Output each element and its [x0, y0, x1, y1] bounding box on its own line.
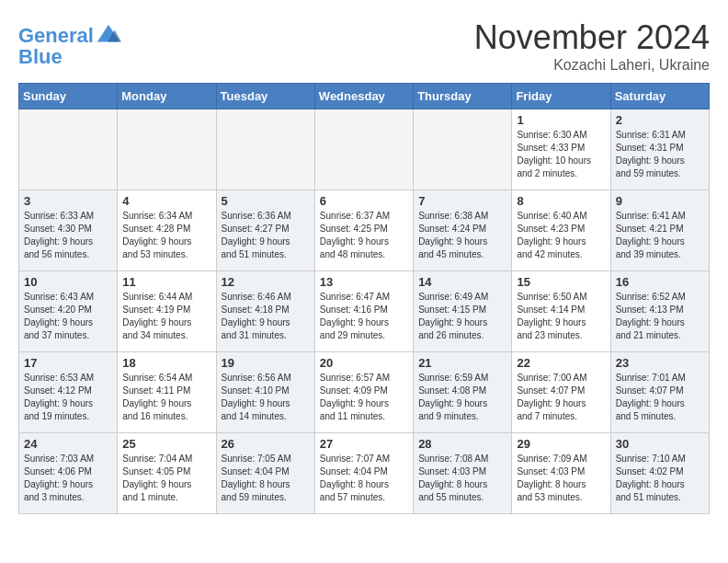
- day-number: 30: [616, 437, 704, 451]
- calendar-header-row: SundayMondayTuesdayWednesdayThursdayFrid…: [19, 84, 710, 109]
- day-number: 27: [320, 437, 408, 451]
- logo-icon: [96, 23, 121, 49]
- calendar-cell: 3Sunrise: 6:33 AMSunset: 4:30 PMDaylight…: [19, 190, 118, 271]
- weekday-header: Saturday: [610, 84, 709, 109]
- calendar-cell: 2Sunrise: 6:31 AMSunset: 4:31 PMDaylight…: [610, 109, 709, 190]
- calendar-cell: 4Sunrise: 6:34 AMSunset: 4:28 PMDaylight…: [118, 190, 216, 271]
- day-number: 16: [616, 275, 704, 289]
- calendar-week-row: 24Sunrise: 7:03 AMSunset: 4:06 PMDayligh…: [19, 433, 710, 514]
- calendar-cell: 1Sunrise: 6:30 AMSunset: 4:33 PMDaylight…: [512, 109, 610, 190]
- weekday-header: Thursday: [414, 84, 512, 109]
- day-number: 20: [320, 356, 408, 370]
- calendar-subtitle: Kozachi Laheri, Ukraine: [474, 57, 710, 74]
- day-info: Sunrise: 6:46 AMSunset: 4:18 PMDaylight:…: [222, 291, 310, 342]
- day-number: 17: [24, 356, 112, 370]
- day-number: 9: [616, 194, 704, 208]
- calendar-cell: 8Sunrise: 6:40 AMSunset: 4:23 PMDaylight…: [512, 190, 610, 271]
- weekday-header: Friday: [512, 84, 610, 109]
- calendar-cell: 12Sunrise: 6:46 AMSunset: 4:18 PMDayligh…: [216, 271, 314, 352]
- day-number: 18: [122, 356, 210, 370]
- calendar-cell: 21Sunrise: 6:59 AMSunset: 4:08 PMDayligh…: [414, 352, 512, 433]
- calendar-cell: 17Sunrise: 6:53 AMSunset: 4:12 PMDayligh…: [19, 352, 118, 433]
- weekday-header: Sunday: [19, 84, 118, 109]
- day-number: 4: [122, 194, 210, 208]
- calendar-week-row: 3Sunrise: 6:33 AMSunset: 4:30 PMDaylight…: [19, 190, 710, 271]
- calendar-body: 1Sunrise: 6:30 AMSunset: 4:33 PMDaylight…: [19, 109, 710, 514]
- day-number: 1: [517, 113, 605, 127]
- calendar-cell: 10Sunrise: 6:43 AMSunset: 4:20 PMDayligh…: [19, 271, 118, 352]
- calendar-table: SundayMondayTuesdayWednesdayThursdayFrid…: [18, 83, 710, 514]
- calendar-cell: 18Sunrise: 6:54 AMSunset: 4:11 PMDayligh…: [118, 352, 216, 433]
- day-number: 26: [222, 437, 310, 451]
- weekday-header: Monday: [118, 84, 216, 109]
- calendar-cell: 22Sunrise: 7:00 AMSunset: 4:07 PMDayligh…: [512, 352, 610, 433]
- day-info: Sunrise: 7:08 AMSunset: 4:03 PMDaylight:…: [418, 453, 506, 504]
- day-info: Sunrise: 7:00 AMSunset: 4:07 PMDaylight:…: [517, 372, 605, 423]
- calendar-cell: [118, 109, 216, 190]
- day-number: 23: [616, 356, 704, 370]
- calendar-cell: [314, 109, 413, 190]
- calendar-cell: 27Sunrise: 7:07 AMSunset: 4:04 PMDayligh…: [314, 433, 413, 514]
- calendar-cell: 15Sunrise: 6:50 AMSunset: 4:14 PMDayligh…: [512, 271, 610, 352]
- day-info: Sunrise: 6:30 AMSunset: 4:33 PMDaylight:…: [517, 129, 605, 180]
- calendar-cell: 16Sunrise: 6:52 AMSunset: 4:13 PMDayligh…: [610, 271, 709, 352]
- day-info: Sunrise: 6:36 AMSunset: 4:27 PMDaylight:…: [222, 210, 310, 261]
- calendar-cell: 6Sunrise: 6:37 AMSunset: 4:25 PMDaylight…: [314, 190, 413, 271]
- day-number: 12: [222, 275, 310, 289]
- day-info: Sunrise: 6:44 AMSunset: 4:19 PMDaylight:…: [122, 291, 210, 342]
- title-section: November 2024 Kozachi Laheri, Ukraine: [474, 18, 710, 74]
- day-info: Sunrise: 7:05 AMSunset: 4:04 PMDaylight:…: [222, 453, 310, 504]
- day-info: Sunrise: 6:34 AMSunset: 4:28 PMDaylight:…: [122, 210, 210, 261]
- calendar-week-row: 1Sunrise: 6:30 AMSunset: 4:33 PMDaylight…: [19, 109, 710, 190]
- day-number: 28: [418, 437, 506, 451]
- calendar-cell: 19Sunrise: 6:56 AMSunset: 4:10 PMDayligh…: [216, 352, 314, 433]
- calendar-cell: 11Sunrise: 6:44 AMSunset: 4:19 PMDayligh…: [118, 271, 216, 352]
- calendar-cell: 7Sunrise: 6:38 AMSunset: 4:24 PMDaylight…: [414, 190, 512, 271]
- day-number: 19: [222, 356, 310, 370]
- day-info: Sunrise: 6:49 AMSunset: 4:15 PMDaylight:…: [418, 291, 506, 342]
- calendar-cell: 25Sunrise: 7:04 AMSunset: 4:05 PMDayligh…: [118, 433, 216, 514]
- day-info: Sunrise: 7:01 AMSunset: 4:07 PMDaylight:…: [616, 372, 704, 423]
- calendar-title: November 2024: [474, 18, 710, 57]
- calendar-cell: 29Sunrise: 7:09 AMSunset: 4:03 PMDayligh…: [512, 433, 610, 514]
- day-number: 7: [418, 194, 506, 208]
- logo-blue: Blue: [18, 45, 63, 68]
- day-number: 13: [320, 275, 408, 289]
- day-info: Sunrise: 6:31 AMSunset: 4:31 PMDaylight:…: [616, 129, 704, 180]
- day-info: Sunrise: 7:04 AMSunset: 4:05 PMDaylight:…: [122, 453, 210, 504]
- calendar-week-row: 17Sunrise: 6:53 AMSunset: 4:12 PMDayligh…: [19, 352, 710, 433]
- calendar-cell: 13Sunrise: 6:47 AMSunset: 4:16 PMDayligh…: [314, 271, 413, 352]
- day-number: 10: [24, 275, 112, 289]
- day-info: Sunrise: 6:40 AMSunset: 4:23 PMDaylight:…: [517, 210, 605, 261]
- day-info: Sunrise: 6:33 AMSunset: 4:30 PMDaylight:…: [24, 210, 112, 261]
- day-number: 29: [517, 437, 605, 451]
- calendar-cell: 5Sunrise: 6:36 AMSunset: 4:27 PMDaylight…: [216, 190, 314, 271]
- calendar-cell: 26Sunrise: 7:05 AMSunset: 4:04 PMDayligh…: [216, 433, 314, 514]
- day-info: Sunrise: 7:07 AMSunset: 4:04 PMDaylight:…: [320, 453, 408, 504]
- day-info: Sunrise: 6:54 AMSunset: 4:11 PMDaylight:…: [122, 372, 210, 423]
- day-info: Sunrise: 6:38 AMSunset: 4:24 PMDaylight:…: [418, 210, 506, 261]
- day-info: Sunrise: 6:53 AMSunset: 4:12 PMDaylight:…: [24, 372, 112, 423]
- day-info: Sunrise: 6:47 AMSunset: 4:16 PMDaylight:…: [320, 291, 408, 342]
- day-info: Sunrise: 6:57 AMSunset: 4:09 PMDaylight:…: [320, 372, 408, 423]
- calendar-cell: 24Sunrise: 7:03 AMSunset: 4:06 PMDayligh…: [19, 433, 118, 514]
- day-info: Sunrise: 6:52 AMSunset: 4:13 PMDaylight:…: [616, 291, 704, 342]
- day-info: Sunrise: 6:59 AMSunset: 4:08 PMDaylight:…: [418, 372, 506, 423]
- calendar-cell: 14Sunrise: 6:49 AMSunset: 4:15 PMDayligh…: [414, 271, 512, 352]
- day-number: 14: [418, 275, 506, 289]
- day-number: 21: [418, 356, 506, 370]
- calendar-week-row: 10Sunrise: 6:43 AMSunset: 4:20 PMDayligh…: [19, 271, 710, 352]
- day-info: Sunrise: 6:43 AMSunset: 4:20 PMDaylight:…: [24, 291, 112, 342]
- calendar-cell: 23Sunrise: 7:01 AMSunset: 4:07 PMDayligh…: [610, 352, 709, 433]
- day-number: 2: [616, 113, 704, 127]
- day-number: 15: [517, 275, 605, 289]
- day-number: 24: [24, 437, 112, 451]
- day-info: Sunrise: 6:37 AMSunset: 4:25 PMDaylight:…: [320, 210, 408, 261]
- calendar-cell: [216, 109, 314, 190]
- calendar-cell: 28Sunrise: 7:08 AMSunset: 4:03 PMDayligh…: [414, 433, 512, 514]
- day-info: Sunrise: 7:10 AMSunset: 4:02 PMDaylight:…: [616, 453, 704, 504]
- calendar-cell: [414, 109, 512, 190]
- day-number: 11: [122, 275, 210, 289]
- day-info: Sunrise: 6:41 AMSunset: 4:21 PMDaylight:…: [616, 210, 704, 261]
- calendar-cell: 20Sunrise: 6:57 AMSunset: 4:09 PMDayligh…: [314, 352, 413, 433]
